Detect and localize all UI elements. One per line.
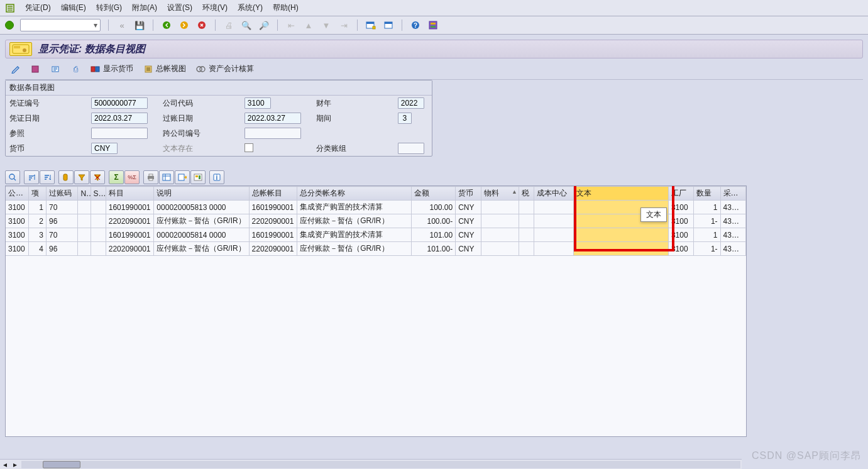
- gl-view-button[interactable]: 总帐视图: [141, 62, 189, 75]
- cell-plant: 3100: [668, 228, 693, 242]
- table-row[interactable]: 31003701601990001000020005814 0000160199…: [6, 228, 746, 242]
- scroll-thumb[interactable]: [43, 461, 80, 468]
- col-text[interactable]: 文本: [573, 187, 668, 201]
- line-items-grid[interactable]: 公… 项 过账码 NI SG 科目 说明 总帐帐目 总分类帐名称 金额 货币 物…: [5, 185, 747, 437]
- back-icon[interactable]: «: [116, 19, 128, 31]
- last-page-icon[interactable]: ⇥: [338, 19, 349, 31]
- field-period[interactable]: [398, 113, 412, 124]
- menu-environment[interactable]: 环境(V): [202, 3, 228, 13]
- prev-page-icon[interactable]: ▲: [303, 19, 314, 31]
- cell-ni: [78, 228, 91, 242]
- cell-amt: 100.00: [411, 201, 456, 214]
- enter-icon[interactable]: [5, 21, 14, 30]
- svg-text:?: ?: [414, 22, 417, 29]
- grid-sort-desc-icon[interactable]: [40, 170, 55, 184]
- cell-ni: [78, 242, 91, 256]
- tool-display-header-icon[interactable]: [48, 63, 63, 75]
- col-currency[interactable]: 货币: [456, 187, 481, 201]
- col-ni[interactable]: NI: [78, 187, 91, 201]
- grid-views-icon[interactable]: [159, 170, 174, 184]
- separator: [215, 19, 216, 31]
- grid-filter-delete-icon[interactable]: [90, 170, 105, 184]
- grid-sort-asc-icon[interactable]: [24, 170, 39, 184]
- grid-header-row[interactable]: 公… 项 过账码 NI SG 科目 说明 总帐帐目 总分类帐名称 金额 货币 物…: [6, 187, 746, 201]
- col-description[interactable]: 说明: [154, 187, 249, 201]
- grid-export-icon[interactable]: [175, 170, 190, 184]
- field-currency[interactable]: [91, 143, 118, 154]
- display-currency-button[interactable]: 显示货币: [88, 62, 136, 75]
- grid-find-icon[interactable]: [58, 170, 74, 184]
- next-page-icon[interactable]: ▼: [321, 19, 332, 31]
- field-company-code[interactable]: [244, 97, 271, 109]
- tool-taxes-icon[interactable]: ⎙: [68, 63, 83, 75]
- back-green-icon[interactable]: [161, 19, 172, 31]
- field-doc-no[interactable]: [91, 97, 148, 109]
- menu-help[interactable]: 帮助(H): [273, 3, 299, 13]
- field-fiscal-year[interactable]: [398, 97, 424, 109]
- label-ledger-group: 分类账组: [312, 141, 394, 156]
- exit-icon[interactable]: [179, 19, 190, 31]
- col-plant[interactable]: 工厂: [668, 187, 693, 201]
- table-row[interactable]: 31001701601990001000020005813 0000160199…: [6, 201, 746, 214]
- svg-rect-29: [163, 174, 170, 180]
- grid-sum-icon[interactable]: Σ: [109, 170, 124, 184]
- watermark: CSDN @SAP顾问李昂: [752, 450, 862, 463]
- tool-display-icon[interactable]: [28, 63, 43, 75]
- col-po[interactable]: 采购凭: [720, 187, 745, 201]
- scroll-left-icon[interactable]: ◂: [0, 460, 10, 469]
- col-company[interactable]: 公…: [6, 187, 28, 201]
- table-row[interactable]: 31002962202090001应付账款－暂估（GR/IR）220209000…: [6, 214, 746, 228]
- col-amount[interactable]: 金额: [411, 187, 456, 201]
- col-cost-center[interactable]: 成本中心: [534, 187, 574, 201]
- command-field[interactable]: ▾: [20, 19, 101, 31]
- table-row[interactable]: 31004962202090001应付账款－暂估（GR/IR）220209000…: [6, 242, 746, 256]
- col-account[interactable]: 科目: [106, 187, 154, 201]
- col-posting-key[interactable]: 过账码: [47, 187, 78, 201]
- grid-subtotal-icon[interactable]: %Σ: [124, 170, 140, 184]
- grid-print-icon[interactable]: [143, 170, 158, 184]
- field-ledger-group[interactable]: [398, 143, 424, 154]
- find-icon[interactable]: 🔍: [241, 19, 252, 31]
- cell-acct: 1601990001: [106, 201, 154, 214]
- save-icon[interactable]: 💾: [134, 19, 145, 31]
- horizontal-scrollbar[interactable]: ◂ ▸: [0, 459, 742, 469]
- label-reference: 参照: [6, 126, 87, 141]
- field-doc-date[interactable]: [91, 113, 148, 124]
- separator: [357, 19, 358, 31]
- tool-change-icon[interactable]: [8, 63, 23, 75]
- layout-icon[interactable]: [427, 19, 439, 31]
- grid-filter-icon[interactable]: [74, 170, 89, 184]
- grid-info-icon[interactable]: i: [209, 170, 224, 184]
- scroll-right-icon[interactable]: ▸: [10, 460, 20, 469]
- first-page-icon[interactable]: ⇤: [285, 19, 297, 31]
- help-icon[interactable]: ?: [410, 19, 421, 31]
- col-gl-name[interactable]: 总分类帐名称: [297, 187, 411, 201]
- menu-edit[interactable]: 编辑(E): [61, 3, 86, 13]
- svg-rect-30: [179, 174, 184, 180]
- menu-system[interactable]: 系统(Y): [238, 3, 263, 13]
- grid-details-icon[interactable]: [5, 170, 20, 184]
- field-cross-company[interactable]: [244, 128, 301, 139]
- col-sg[interactable]: SG: [91, 187, 106, 201]
- menu-settings[interactable]: 设置(S): [167, 3, 192, 13]
- field-reference[interactable]: [91, 128, 148, 139]
- col-item[interactable]: 项: [28, 187, 46, 201]
- menu-document[interactable]: 凭证(D): [25, 3, 51, 13]
- col-tax[interactable]: 税: [519, 187, 534, 201]
- col-quantity[interactable]: 数量: [694, 187, 720, 201]
- print-icon[interactable]: 🖨: [223, 19, 234, 31]
- system-menu-icon[interactable]: [5, 3, 15, 13]
- menu-extras[interactable]: 附加(A): [132, 3, 157, 13]
- col-gl-account[interactable]: 总帐帐目: [249, 187, 297, 201]
- asset-accounting-label: 资产会计核算: [209, 63, 254, 74]
- new-session-icon[interactable]: [365, 19, 376, 31]
- field-posting-date[interactable]: [244, 113, 301, 124]
- shortcut-icon[interactable]: [383, 19, 394, 31]
- asset-accounting-button[interactable]: 资产会计核算: [194, 62, 256, 75]
- grid-layout-icon[interactable]: [190, 170, 206, 184]
- col-material[interactable]: 物料▲: [481, 187, 519, 201]
- menu-goto[interactable]: 转到(G): [96, 3, 122, 13]
- scroll-track[interactable]: [21, 461, 740, 468]
- cancel-icon[interactable]: [196, 19, 207, 31]
- find-next-icon[interactable]: 🔎: [258, 19, 270, 31]
